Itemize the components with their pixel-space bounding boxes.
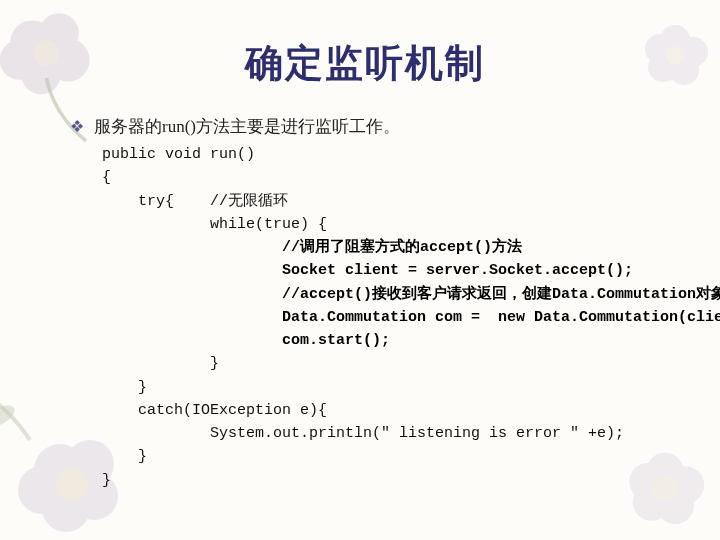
code-line: }	[102, 379, 147, 396]
slide-container: 确定监听机制 ❖ 服务器的run()方法主要是进行监听工作。 public vo…	[0, 0, 720, 540]
code-line-highlight: //accept()接收到客户请求返回，创建Data.Commutation对象	[102, 286, 720, 303]
code-line-highlight: //调用了阻塞方式的accept()方法	[102, 239, 522, 256]
code-line: {	[102, 169, 111, 186]
code-line: System.out.println(" listening is error …	[102, 425, 624, 442]
code-line: }	[102, 448, 147, 465]
bullet-item: ❖ 服务器的run()方法主要是进行监听工作。	[70, 115, 670, 139]
code-line: while(true) {	[102, 216, 327, 233]
bullet-icon: ❖	[70, 115, 84, 139]
slide-title: 确定监听机制	[60, 38, 670, 89]
code-line-highlight: com.start();	[102, 332, 390, 349]
code-line-highlight: Socket client = server.Socket.accept();	[102, 262, 633, 279]
code-line: catch(IOException e){	[102, 402, 327, 419]
code-line-highlight: Data.Commutation com = new Data.Commutat…	[102, 309, 720, 326]
bullet-text: 服务器的run()方法主要是进行监听工作。	[94, 115, 400, 139]
code-line: public void run()	[102, 146, 255, 163]
code-line: try{ //无限循环	[102, 193, 288, 210]
code-line: }	[102, 355, 219, 372]
code-line: }	[102, 472, 111, 489]
code-block: public void run() { try{ //无限循环 while(tr…	[102, 143, 670, 492]
